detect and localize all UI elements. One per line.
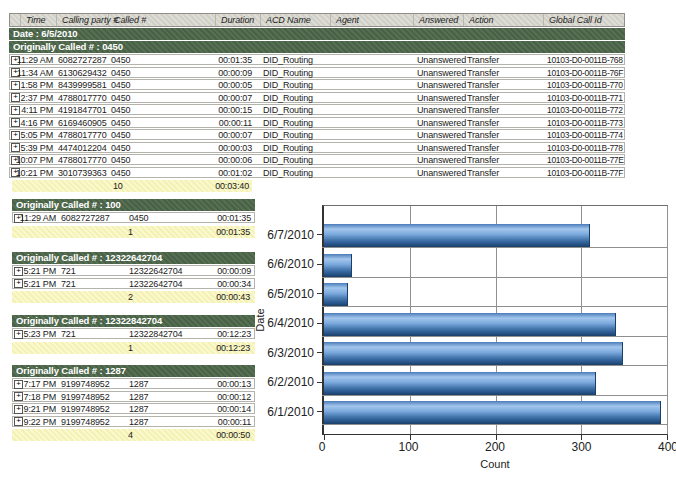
table-row: + 7:17 PM 9199748952 1287 00:00:13 (12, 378, 255, 389)
section-rows: + 5:23 PM 721 12322842704 00:12:23 (12, 328, 255, 339)
expand-cell: + (13, 404, 24, 414)
cell-called: 0450 (109, 93, 216, 103)
cell-time: 5:21 PM (24, 279, 60, 289)
cell-called: 1287 (112, 392, 219, 402)
cell-time: 9:22 PM (24, 417, 60, 427)
cell-calling-party: 721 (60, 266, 112, 276)
cell-calling-party: 721 (60, 279, 112, 289)
cell-called: 1287 (112, 404, 219, 414)
summary-spacer (59, 226, 111, 238)
expand-icon[interactable]: + (11, 93, 20, 102)
table-row: + 5:39 PM 4474012204 0450 00:00:03 DID_R… (9, 142, 625, 153)
category-baseline (322, 277, 667, 278)
table-row: + 7:18 PM 9199748952 1287 00:00:12 (12, 391, 255, 402)
cell-called: 0450 (109, 143, 216, 153)
table-row: + 11:29 AM 6082727287 0450 00:01:35 (12, 212, 255, 223)
expand-icon[interactable]: + (14, 279, 23, 288)
y-tick-label: 6/5/2010 (267, 287, 314, 301)
chart-category-row (324, 339, 667, 369)
category-baseline (322, 424, 667, 425)
y-tick-label: 6/1/2010 (267, 405, 314, 419)
expand-cell: + (10, 143, 21, 153)
expand-icon[interactable]: + (11, 81, 20, 90)
cell-answered: Unanswered (414, 55, 464, 65)
summary-spacer (23, 291, 59, 303)
y-axis-tick (317, 382, 322, 383)
cell-answered: Unanswered (414, 105, 464, 115)
cell-acd-name: DID_Routing (261, 80, 331, 90)
summary-spacer (12, 291, 23, 303)
expand-icon[interactable]: + (14, 380, 23, 389)
cell-called: 0450 (112, 213, 219, 223)
cell-action: Transfer (464, 168, 544, 178)
cell-time: 11:29 AM (21, 55, 57, 65)
chart-bar (324, 283, 348, 306)
expand-icon[interactable]: + (11, 118, 20, 127)
y-axis-tick (317, 352, 322, 353)
column-header: Agent (331, 14, 414, 26)
table-row: + 5:21 PM 721 12322642704 00:00:09 (12, 265, 255, 276)
cell-duration: 00:00:15 (216, 105, 261, 115)
expand-icon[interactable]: + (14, 417, 23, 426)
call-group-section: Originally Called # : 1287 + 7:17 PM 919… (12, 365, 255, 441)
cell-agent (331, 68, 414, 78)
cell-duration: 00:00:13 (219, 379, 256, 389)
call-group-section: Originally Called # : 12322642704 + 5:21… (12, 252, 255, 303)
y-axis-tick (317, 264, 322, 265)
cell-acd-name: DID_Routing (261, 143, 331, 153)
cell-acd-name: DID_Routing (261, 168, 331, 178)
cell-calling-party: 721 (60, 329, 112, 339)
expand-icon[interactable]: + (14, 405, 23, 414)
cell-duration: 00:00:11 (219, 417, 256, 427)
expand-cell: + (10, 105, 21, 115)
expand-icon[interactable]: + (11, 106, 20, 115)
group-summary-row: 10 00:03:40 (12, 180, 252, 192)
expand-icon[interactable]: + (14, 392, 23, 401)
column-header: Duration (216, 14, 261, 26)
x-tick-label: 200 (485, 440, 505, 454)
cell-duration: 00:01:35 (216, 55, 261, 65)
cell-called: 0450 (109, 168, 216, 178)
x-axis-tick (496, 435, 497, 440)
category-baseline (322, 395, 667, 396)
summary-spacer (59, 342, 111, 354)
table-row: + 4:11 PM 4191847701 0450 00:00:15 DID_R… (9, 104, 625, 115)
y-tick-label: 6/3/2010 (267, 346, 314, 360)
group-band: Originally Called # : 12322842704 (12, 315, 255, 327)
chart-plot-area (324, 206, 667, 434)
expand-cell: + (13, 379, 24, 389)
summary-count: 4 (111, 429, 218, 441)
cell-global-call-id: 10103-D0-0011B-778 (544, 143, 626, 153)
expand-icon[interactable]: + (11, 143, 20, 152)
chart-bar (324, 401, 661, 424)
expand-cell: + (13, 279, 24, 289)
cell-agent (331, 143, 414, 153)
cell-global-call-id: 10103-D0-0011B-77E (544, 155, 626, 165)
x-axis-tick (581, 435, 582, 440)
cell-global-call-id: 10103-D0-0011B-772 (544, 105, 626, 115)
group-summary-row: 1 00:01:35 (12, 226, 255, 238)
cell-duration: 00:00:11 (216, 118, 261, 128)
cell-called: 12322642704 (112, 279, 219, 289)
summary-spacer (23, 226, 59, 238)
cell-calling-party: 6082727287 (60, 213, 112, 223)
cell-called: 0450 (109, 130, 216, 140)
expand-icon[interactable]: + (11, 131, 20, 140)
cell-time: 7:18 PM (24, 392, 60, 402)
cell-duration: 00:00:07 (216, 130, 261, 140)
cell-action: Transfer (464, 55, 544, 65)
section-rows: + 7:17 PM 9199748952 1287 00:00:13 + 7:1… (12, 378, 255, 427)
cell-global-call-id: 10103-D0-0011B-768 (544, 55, 626, 65)
cell-action: Transfer (464, 68, 544, 78)
call-report-table: TimeCalling party #Called #DurationACD N… (9, 13, 625, 192)
expand-icon[interactable]: + (14, 330, 23, 339)
chart-category-row (324, 310, 667, 340)
cell-calling-party: 4788017770 (57, 155, 109, 165)
table-row: + 5:23 PM 721 12322842704 00:12:23 (12, 328, 255, 339)
y-axis-tick (317, 411, 322, 412)
table-row: + 1:58 PM 8439999581 0450 00:00:05 DID_R… (9, 79, 625, 90)
chart-bar (324, 372, 596, 395)
expand-icon[interactable]: + (14, 267, 23, 276)
x-tick-label: 400 (658, 440, 676, 454)
cell-duration: 00:00:14 (219, 404, 256, 414)
